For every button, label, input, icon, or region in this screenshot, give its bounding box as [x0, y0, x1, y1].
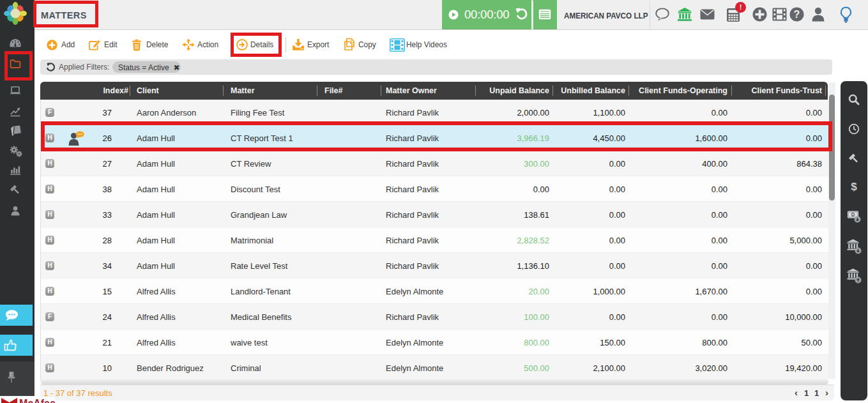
svg-text:McAfee: McAfee: [19, 398, 55, 403]
svg-text:?: ?: [794, 9, 800, 20]
